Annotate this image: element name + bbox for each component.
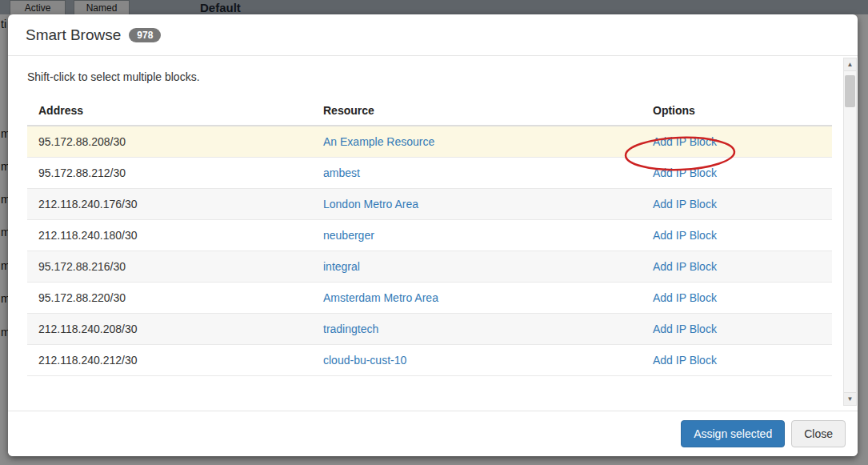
table-row[interactable]: 212.118.240.208/30 tradingtech Add IP Bl… bbox=[27, 314, 832, 345]
add-ip-block-link[interactable]: Add IP Block bbox=[653, 291, 717, 304]
table-row[interactable]: 95.172.88.220/30 Amsterdam Metro Area Ad… bbox=[27, 283, 832, 314]
blocks-table: Address Resource Options 95.172.88.208/3… bbox=[27, 98, 832, 376]
add-ip-block-link[interactable]: Add IP Block bbox=[653, 198, 717, 210]
resource-link[interactable]: London Metro Area bbox=[323, 198, 418, 210]
table-row[interactable]: 95.172.88.212/30 ambest Add IP Block bbox=[27, 158, 832, 189]
instruction-text: Shift-click to select multiple blocks. bbox=[27, 70, 838, 83]
scrollbar-down-arrow-icon[interactable]: ▼ bbox=[844, 392, 856, 405]
add-ip-block-link[interactable]: Add IP Block bbox=[653, 229, 717, 242]
address-cell[interactable]: 212.118.240.208/30 bbox=[27, 314, 312, 345]
address-cell[interactable]: 212.118.240.180/30 bbox=[27, 220, 312, 251]
resource-link[interactable]: integral bbox=[323, 260, 360, 273]
add-ip-block-link[interactable]: Add IP Block bbox=[653, 323, 717, 335]
assign-selected-button[interactable]: Assign selected bbox=[681, 420, 785, 447]
add-ip-block-link[interactable]: Add IP Block bbox=[653, 135, 717, 148]
table-row[interactable]: 212.118.240.212/30 cloud-bu-cust-10 Add … bbox=[27, 345, 832, 376]
resource-link[interactable]: neuberger bbox=[323, 229, 374, 242]
address-cell[interactable]: 95.172.88.216/30 bbox=[27, 251, 312, 283]
scrollbar-up-arrow-icon[interactable]: ▲ bbox=[844, 58, 856, 71]
table-row[interactable]: 95.172.88.216/30 integral Add IP Block bbox=[27, 251, 832, 283]
resource-link[interactable]: ambest bbox=[323, 166, 360, 179]
modal-body: Shift-click to select multiple blocks. A… bbox=[8, 56, 858, 376]
resource-link[interactable]: Amsterdam Metro Area bbox=[323, 291, 438, 304]
smart-browse-modal: Smart Browse 978 Shift-click to select m… bbox=[8, 14, 858, 456]
column-header-address: Address bbox=[27, 98, 312, 126]
address-cell[interactable]: 95.172.88.212/30 bbox=[27, 158, 312, 189]
count-badge: 978 bbox=[129, 28, 161, 42]
add-ip-block-link[interactable]: Add IP Block bbox=[653, 260, 717, 273]
modal-title: Smart Browse bbox=[26, 26, 121, 44]
table-row[interactable]: 95.172.88.208/30 An Example Resource Add… bbox=[27, 126, 832, 158]
modal-footer: Assign selected Close bbox=[8, 411, 858, 456]
scrollbar-thumb[interactable] bbox=[845, 75, 855, 107]
column-header-resource: Resource bbox=[312, 98, 642, 126]
address-cell[interactable]: 212.118.240.176/30 bbox=[27, 189, 312, 220]
table-row[interactable]: 212.118.240.180/30 neuberger Add IP Bloc… bbox=[27, 220, 832, 251]
resource-link[interactable]: cloud-bu-cust-10 bbox=[323, 354, 406, 367]
table-header-row: Address Resource Options bbox=[27, 98, 832, 126]
address-cell[interactable]: 95.172.88.220/30 bbox=[27, 283, 312, 314]
add-ip-block-link[interactable]: Add IP Block bbox=[653, 166, 717, 179]
table-scrollbar[interactable]: ▲ ▼ bbox=[843, 58, 857, 406]
resource-link[interactable]: An Example Resource bbox=[323, 135, 434, 148]
modal-header: Smart Browse 978 bbox=[8, 14, 858, 56]
column-header-options: Options bbox=[642, 98, 832, 126]
add-ip-block-link[interactable]: Add IP Block bbox=[653, 354, 717, 367]
resource-link[interactable]: tradingtech bbox=[323, 323, 378, 335]
address-cell[interactable]: 95.172.88.208/30 bbox=[27, 126, 312, 158]
close-button[interactable]: Close bbox=[791, 420, 846, 447]
address-cell[interactable]: 212.118.240.212/30 bbox=[27, 345, 312, 376]
table-row[interactable]: 212.118.240.176/30 London Metro Area Add… bbox=[27, 189, 832, 220]
